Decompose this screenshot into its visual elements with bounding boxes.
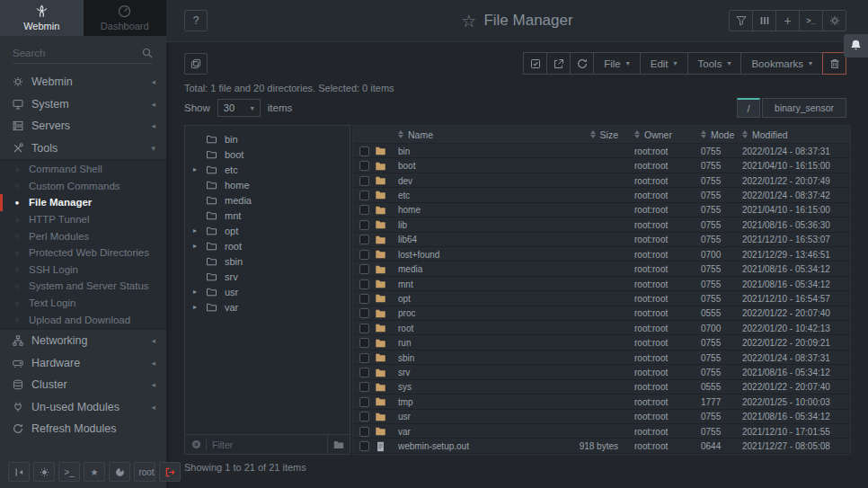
theme-toggle-button[interactable] [33,462,55,482]
row-checkbox[interactable] [359,397,369,407]
tree-item-label[interactable]: root [225,241,242,252]
tree-item[interactable]: ▸ home [185,177,350,192]
tree-item-label[interactable]: home [225,180,250,191]
expand-arrow-icon[interactable]: ▸ [193,165,202,173]
expand-arrow-icon[interactable]: ▸ [193,303,202,311]
table-row[interactable]: dev root:root 0755 2022/01/22 - 20:07:49 [353,173,850,188]
row-checkbox[interactable] [359,427,369,437]
table-row[interactable]: sys root:root 0555 2022/01/22 - 20:07:40 [353,380,850,395]
sidebar-subitem[interactable]: SSH Login [0,262,166,279]
file-name[interactable]: etc [398,191,548,200]
file-name[interactable]: home [398,205,548,215]
tree-item[interactable]: ▸ boot [185,146,350,162]
sidebar-item-system[interactable]: System ◂ [0,93,166,116]
row-checkbox[interactable] [359,279,369,289]
tree-item-label[interactable]: var [225,302,238,313]
sidebar-subitem[interactable]: Custom Commands [0,178,166,195]
breadcrumb-root-button[interactable]: / [737,98,760,118]
table-row[interactable]: sbin root:root 0755 2022/01/24 - 08:37:3… [353,350,850,365]
table-row[interactable]: webmin-setup.out 918 bytes root:root 064… [353,439,850,453]
tree-item[interactable]: ▸ usr [185,284,350,299]
table-row[interactable]: opt root:root 0755 2021/12/10 - 16:54:57 [353,291,850,306]
sidebar-item-unused-modules[interactable]: Un-used Modules ◂ [0,395,166,418]
columns-button[interactable] [752,10,776,31]
row-checkbox[interactable] [359,324,369,333]
refresh-button[interactable] [570,52,594,75]
file-name[interactable]: lib [398,220,548,230]
sidebar-subitem[interactable]: HTTP Tunnel [0,211,166,228]
tree-item[interactable]: ▸ opt [185,223,350,238]
table-row[interactable]: proc root:root 0555 2022/01/22 - 20:07:4… [353,306,850,321]
file-name[interactable]: bin [398,146,548,156]
tree-filter-input[interactable] [212,439,327,450]
row-checkbox[interactable] [359,264,369,274]
logout-button[interactable] [159,462,181,482]
file-name[interactable]: boot [398,161,548,171]
tree-item-label[interactable]: opt [225,226,238,236]
tree-item-label[interactable]: srv [225,271,238,282]
sidebar-subitem[interactable]: Upload and Download [0,311,166,328]
add-button[interactable]: + [775,10,800,31]
tree-item[interactable]: ▸ sbin [185,253,350,269]
user-button[interactable]: root [134,462,155,482]
row-checkbox[interactable] [359,382,369,392]
row-checkbox[interactable] [359,294,369,304]
select-all-button[interactable] [523,52,547,75]
file-name[interactable]: tmp [398,397,548,407]
sidebar-subitem[interactable]: Protected Web Directories [0,244,166,262]
file-name[interactable]: lib64 [398,235,548,244]
trash-button[interactable] [822,52,846,75]
expand-arrow-icon[interactable]: ▸ [193,288,202,296]
expand-arrow-icon[interactable]: ▸ [193,226,202,235]
row-checkbox[interactable] [359,441,369,451]
file-name[interactable]: run [398,338,548,348]
file-name[interactable]: sbin [398,353,548,363]
table-row[interactable]: etc root:root 0755 2022/01/24 - 08:37:42 [353,188,850,202]
row-checkbox[interactable] [359,250,369,260]
clear-filter-icon[interactable] [191,439,201,449]
row-checkbox[interactable] [359,191,369,200]
toolbar-menu[interactable]: File ▾ [593,52,641,75]
tree-item[interactable]: ▸ media [185,192,350,208]
column-header-modified[interactable]: Modified [735,129,850,140]
sidebar-item-hardware[interactable]: Hardware ◂ [0,351,166,374]
table-row[interactable]: lib64 root:root 0755 2021/12/10 - 16:53:… [353,233,850,247]
tab-webmin[interactable]: Webmin [0,0,84,36]
file-name[interactable]: webmin-setup.out [398,441,548,451]
tree-item[interactable]: ▸ bin [185,131,350,146]
tree-item-label[interactable]: etc [225,164,238,175]
copy-path-button[interactable] [184,53,208,75]
table-row[interactable]: lib root:root 0755 2021/08/16 - 05:36:30 [353,217,850,232]
file-name[interactable]: opt [398,294,548,304]
toolbar-menu[interactable]: Tools ▾ [687,52,742,75]
file-name[interactable]: usr [398,412,548,421]
table-row[interactable]: mnt root:root 0755 2021/08/16 - 05:34:12 [353,277,850,291]
tree-item-label[interactable]: mnt [225,210,241,221]
sidebar-item-refresh-modules[interactable]: Refresh Modules [0,418,166,440]
favorites-star-button[interactable]: ★ [84,462,105,482]
sidebar-subitem[interactable]: File Manager [0,194,166,211]
filter-button[interactable] [729,10,753,31]
file-name[interactable]: dev [398,176,548,186]
file-name[interactable]: proc [398,308,548,318]
table-row[interactable]: bin root:root 0755 2022/01/24 - 08:37:31 [353,144,850,158]
row-checkbox[interactable] [359,368,369,377]
row-checkbox[interactable] [359,205,369,215]
toolbar-menu[interactable]: Edit ▾ [640,52,688,75]
tree-item[interactable]: ▸ srv [185,269,350,284]
sidebar-subitem[interactable]: Perl Modules [0,227,166,244]
tree-item-label[interactable]: media [225,195,252,206]
collapse-sidebar-button[interactable] [8,462,30,482]
page-size-select[interactable]: 30 ▾ [217,99,261,117]
file-name[interactable]: sys [398,382,548,392]
breadcrumb-current-button[interactable]: binary_sensor [762,98,846,118]
toolbar-menu[interactable]: Bookmarks ▾ [740,52,823,75]
column-header-mode[interactable]: Mode [692,129,735,140]
row-checkbox[interactable] [359,353,369,363]
help-button[interactable]: ? [184,10,208,31]
file-name[interactable]: lost+found [398,250,548,260]
tree-item[interactable]: ▸ root [185,238,350,253]
table-row[interactable]: boot root:root 0755 2021/04/10 - 16:15:0… [353,158,850,173]
column-header-owner[interactable]: Owner [624,129,692,140]
file-name[interactable]: mnt [398,279,548,289]
